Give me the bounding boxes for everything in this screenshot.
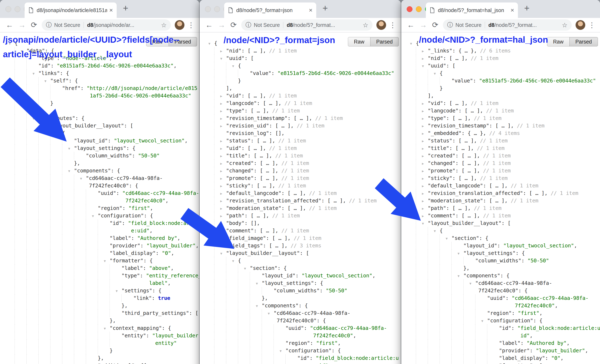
bookmark-star-icon[interactable]: ☆	[363, 21, 368, 29]
minimize-window-button[interactable]	[15, 6, 20, 12]
collapse-toggle-icon[interactable]: ▼	[102, 257, 108, 264]
bookmark-star-icon[interactable]: ☆	[562, 21, 568, 29]
forward-icon[interactable]: →	[218, 21, 225, 29]
expand-toggle-icon[interactable]: ▶	[218, 137, 224, 145]
expand-toggle-icon[interactable]: ▶	[218, 47, 224, 55]
expand-toggle-icon[interactable]: ▶	[420, 160, 426, 167]
browser-tab[interactable]: d8/node/5?_format=hal_json ×	[426, 2, 518, 18]
collapse-toggle-icon[interactable]: ▼	[42, 122, 48, 129]
expand-toggle-icon[interactable]: ▶	[420, 152, 426, 160]
expand-toggle-icon[interactable]: ▶	[218, 235, 224, 242]
expand-toggle-icon[interactable]: ▶	[218, 182, 224, 190]
collapse-toggle-icon[interactable]: ▼	[455, 250, 462, 257]
expand-toggle-icon[interactable]: ▶	[420, 47, 426, 55]
collapse-toggle-icon[interactable]: ▼	[254, 280, 260, 287]
collapse-toggle-icon[interactable]: ▼	[30, 115, 37, 122]
collapse-toggle-icon[interactable]: ▼	[491, 362, 497, 364]
collapse-toggle-icon[interactable]: ▼	[242, 265, 248, 272]
expand-toggle-icon[interactable]: ▶	[218, 167, 224, 174]
parsed-tab-button[interactable]: Parsed	[569, 37, 598, 46]
forward-icon[interactable]: →	[420, 21, 427, 29]
expand-toggle-icon[interactable]: ▶	[420, 115, 426, 122]
expand-toggle-icon[interactable]: ▶	[420, 145, 426, 152]
back-icon[interactable]: ←	[6, 21, 13, 29]
reload-icon[interactable]: ⟳	[230, 21, 237, 29]
collapse-toggle-icon[interactable]: ▼	[408, 40, 414, 47]
collapse-toggle-icon[interactable]: ▼	[479, 317, 485, 324]
tab-close-icon[interactable]: ×	[309, 7, 312, 13]
reload-icon[interactable]: ⟳	[31, 21, 37, 29]
new-tab-button[interactable]: +	[322, 3, 328, 13]
reload-icon[interactable]: ⟳	[432, 21, 438, 29]
menu-kebab-icon[interactable]: ⋮	[188, 21, 195, 29]
info-icon[interactable]: ⓘ	[46, 21, 52, 29]
expand-toggle-icon[interactable]: ▶	[420, 108, 426, 115]
expand-toggle-icon[interactable]: ▶	[420, 212, 426, 219]
expand-toggle-icon[interactable]: ▶	[218, 100, 224, 107]
collapse-toggle-icon[interactable]: ▼	[230, 63, 236, 70]
raw-tab-button[interactable]: Raw	[348, 37, 370, 46]
expand-toggle-icon[interactable]: ▶	[218, 92, 224, 100]
profile-avatar[interactable]	[376, 20, 386, 30]
expand-toggle-icon[interactable]: ▶	[420, 100, 426, 107]
expand-toggle-icon[interactable]: ▶	[218, 228, 224, 235]
expand-toggle-icon[interactable]: ▶	[218, 175, 224, 182]
profile-avatar[interactable]	[175, 20, 185, 30]
close-window-button[interactable]	[205, 6, 211, 12]
expand-toggle-icon[interactable]: ▶	[420, 122, 426, 129]
collapse-toggle-icon[interactable]: ▼	[266, 310, 272, 317]
collapse-toggle-icon[interactable]: ▼	[113, 287, 120, 294]
collapse-toggle-icon[interactable]: ▼	[66, 167, 72, 174]
info-icon[interactable]: ⓘ	[447, 21, 453, 29]
expand-toggle-icon[interactable]: ▶	[218, 122, 224, 129]
expand-toggle-icon[interactable]: ▶	[420, 167, 426, 174]
collapse-toggle-icon[interactable]: ▼	[420, 220, 426, 227]
raw-tab-button[interactable]: Raw	[547, 37, 570, 46]
collapse-toggle-icon[interactable]: ▼	[218, 55, 224, 62]
bookmark-star-icon[interactable]: ☆	[161, 21, 167, 29]
address-bar[interactable]: ⓘ Not Secure d8/node/5?_format... ☆	[443, 19, 572, 31]
back-icon[interactable]: ←	[206, 21, 213, 29]
collapse-toggle-icon[interactable]: ▼	[467, 280, 474, 287]
tab-close-icon[interactable]: ×	[109, 7, 113, 13]
expand-toggle-icon[interactable]: ▶	[420, 175, 426, 182]
profile-avatar[interactable]	[575, 20, 585, 30]
expand-toggle-icon[interactable]: ▶	[218, 212, 224, 219]
expand-toggle-icon[interactable]: ▶	[420, 205, 426, 212]
collapse-toggle-icon[interactable]: ▼	[42, 77, 48, 84]
parsed-tab-button[interactable]: Parsed	[370, 37, 399, 46]
collapse-toggle-icon[interactable]: ▼	[90, 212, 96, 219]
collapse-toggle-icon[interactable]: ▼	[30, 70, 37, 77]
collapse-toggle-icon[interactable]: ▼	[455, 272, 462, 280]
expand-toggle-icon[interactable]: ▶	[420, 130, 426, 137]
expand-toggle-icon[interactable]: ▶	[218, 205, 224, 212]
collapse-toggle-icon[interactable]: ▼	[443, 235, 450, 242]
new-tab-button[interactable]: +	[524, 3, 530, 13]
back-icon[interactable]: ←	[407, 21, 415, 29]
expand-toggle-icon[interactable]: ▶	[218, 242, 224, 249]
collapse-toggle-icon[interactable]: ▼	[432, 70, 438, 77]
address-bar[interactable]: ⓘ Not Secure d8/node/5?_format... ☆	[241, 19, 373, 31]
collapse-toggle-icon[interactable]: ▼	[206, 40, 213, 47]
tab-close-icon[interactable]: ×	[510, 7, 514, 13]
collapse-toggle-icon[interactable]: ▼	[420, 63, 426, 70]
expand-toggle-icon[interactable]: ▶	[218, 197, 224, 204]
new-tab-button[interactable]: +	[123, 3, 128, 13]
collapse-toggle-icon[interactable]: ▼	[102, 325, 108, 332]
menu-kebab-icon[interactable]: ⋮	[588, 21, 595, 29]
expand-toggle-icon[interactable]: ▶	[218, 160, 224, 167]
forward-icon[interactable]: →	[18, 21, 26, 29]
expand-toggle-icon[interactable]: ▶	[420, 190, 426, 197]
expand-toggle-icon[interactable]: ▶	[420, 137, 426, 145]
collapse-toggle-icon[interactable]: ▼	[66, 145, 72, 152]
collapse-toggle-icon[interactable]: ▼	[54, 130, 60, 137]
expand-toggle-icon[interactable]: ▶	[218, 152, 224, 160]
minimize-window-button[interactable]	[416, 6, 422, 12]
browser-tab[interactable]: d8/jsonapi/node/article/e8151a ×	[25, 2, 117, 18]
collapse-toggle-icon[interactable]: ▼	[278, 347, 284, 355]
expand-toggle-icon[interactable]: ▶	[420, 182, 426, 190]
menu-kebab-icon[interactable]: ⋮	[389, 21, 396, 29]
collapse-toggle-icon[interactable]: ▼	[78, 175, 84, 182]
expand-toggle-icon[interactable]: ▶	[218, 145, 224, 152]
info-icon[interactable]: ⓘ	[245, 21, 251, 29]
